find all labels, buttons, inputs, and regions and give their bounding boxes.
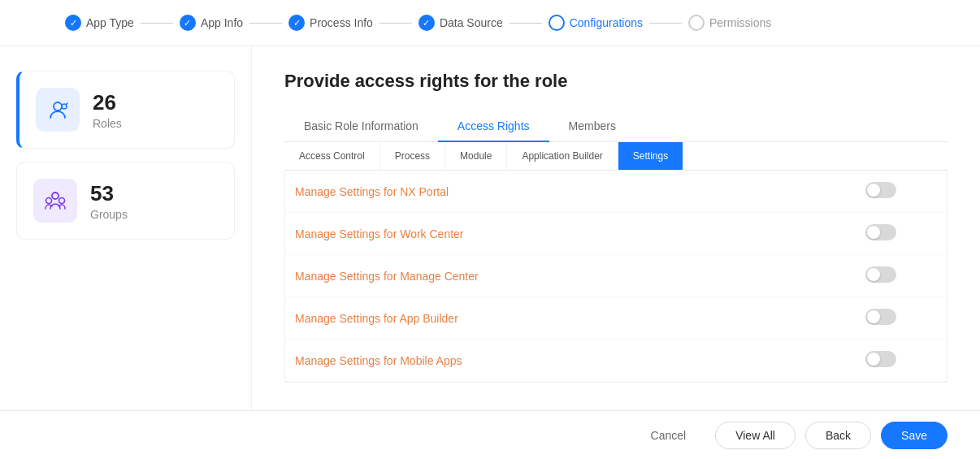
step-label-app-type: App Type [86, 16, 134, 29]
step-process-info[interactable]: ✓ Process Info [288, 15, 373, 31]
toggle-knob-3 [867, 310, 880, 323]
main-content: 26 Roles 53 Groups Prov [0, 46, 980, 453]
roles-icon [46, 98, 69, 121]
settings-table-wrap: Manage Settings for NX Portal Manage Set… [284, 171, 947, 383]
roles-card[interactable]: 26 Roles [16, 71, 235, 149]
row-toggle-3[interactable] [815, 297, 947, 340]
step-circle-data-source: ✓ [418, 15, 435, 31]
connector-3 [379, 23, 412, 24]
step-circle-process-info: ✓ [288, 15, 305, 31]
stepper: ✓ App Type ✓ App Info ✓ Process Info ✓ D… [0, 0, 980, 46]
tab-access-rights[interactable]: Access Rights [438, 111, 549, 142]
page-title: Provide access rights for the role [284, 71, 947, 92]
toggle-knob-0 [867, 184, 880, 197]
step-app-info[interactable]: ✓ App Info [180, 15, 243, 31]
toggle-1[interactable] [865, 224, 896, 240]
roles-icon-wrap [36, 88, 80, 132]
table-row: Manage Settings for Mobile Apps [285, 340, 947, 382]
left-panel: 26 Roles 53 Groups [0, 46, 252, 453]
row-toggle-1[interactable] [815, 213, 947, 255]
step-circle-app-type: ✓ [65, 15, 81, 31]
tab-basic-role-information[interactable]: Basic Role Information [284, 111, 438, 142]
toggle-knob-1 [867, 226, 880, 239]
back-button[interactable]: Back [805, 422, 871, 449]
connector-5 [649, 23, 682, 24]
settings-table: Manage Settings for NX Portal Manage Set… [285, 171, 947, 382]
step-circle-permissions [688, 15, 705, 31]
cancel-button[interactable]: Cancel [631, 422, 706, 448]
row-toggle-0[interactable] [815, 171, 947, 213]
row-label-0: Manage Settings for NX Portal [285, 171, 815, 213]
connector-1 [141, 23, 173, 24]
step-app-type[interactable]: ✓ App Type [65, 15, 134, 31]
table-row: Manage Settings for App Builder [285, 297, 947, 340]
step-label-process-info: Process Info [310, 16, 373, 29]
roles-count: 26 [93, 90, 122, 115]
toggle-knob-2 [867, 268, 880, 281]
sub-tab-module[interactable]: Module [445, 142, 507, 170]
row-label-4: Manage Settings for Mobile Apps [285, 340, 815, 382]
groups-label: Groups [90, 208, 128, 221]
sub-tab-access-control[interactable]: Access Control [284, 142, 380, 170]
main-tabs: Basic Role Information Access Rights Mem… [284, 111, 947, 142]
step-permissions[interactable]: Permissions [688, 15, 771, 31]
svg-point-2 [52, 193, 59, 199]
step-data-source[interactable]: ✓ Data Source [418, 15, 503, 31]
sub-tab-settings[interactable]: Settings [618, 142, 683, 170]
table-row: Manage Settings for NX Portal [285, 171, 947, 213]
footer: Cancel View All Back Save [0, 410, 980, 459]
table-row: Manage Settings for Manage Center [285, 255, 947, 297]
toggle-2[interactable] [865, 266, 896, 283]
right-panel: Provide access rights for the role Basic… [252, 46, 980, 453]
step-circle-configurations [549, 15, 565, 31]
step-circle-app-info: ✓ [180, 15, 196, 31]
step-label-app-info: App Info [201, 16, 243, 29]
roles-label: Roles [93, 117, 122, 130]
step-label-data-source: Data Source [440, 16, 503, 29]
toggle-4[interactable] [865, 351, 896, 367]
svg-point-4 [59, 198, 65, 204]
row-label-1: Manage Settings for Work Center [285, 213, 815, 255]
toggle-knob-4 [867, 353, 880, 366]
step-label-configurations: Configurations [570, 16, 643, 29]
connector-2 [249, 23, 282, 24]
sub-tabs: Access Control Process Module Applicatio… [284, 142, 947, 171]
row-toggle-4[interactable] [815, 340, 947, 382]
groups-icon-wrap [33, 179, 77, 223]
toggle-0[interactable] [865, 182, 896, 198]
table-row: Manage Settings for Work Center [285, 213, 947, 255]
roles-stat-info: 26 Roles [93, 90, 122, 130]
view-all-button[interactable]: View All [715, 422, 796, 449]
toggle-3[interactable] [865, 309, 896, 325]
groups-count: 53 [90, 181, 128, 206]
row-toggle-2[interactable] [815, 255, 947, 297]
groups-card[interactable]: 53 Groups [16, 162, 235, 240]
row-label-3: Manage Settings for App Builder [285, 297, 815, 340]
sub-tab-application-builder[interactable]: Application Builder [507, 142, 618, 170]
sub-tab-process[interactable]: Process [380, 142, 445, 170]
groups-icon [44, 189, 67, 212]
step-configurations[interactable]: Configurations [549, 15, 643, 31]
groups-stat-info: 53 Groups [90, 181, 128, 221]
svg-point-3 [46, 198, 52, 204]
step-label-permissions: Permissions [709, 16, 771, 29]
save-button[interactable]: Save [881, 422, 947, 449]
row-label-2: Manage Settings for Manage Center [285, 255, 815, 297]
svg-point-0 [54, 102, 62, 110]
connector-4 [510, 23, 542, 24]
tab-members[interactable]: Members [549, 111, 635, 142]
